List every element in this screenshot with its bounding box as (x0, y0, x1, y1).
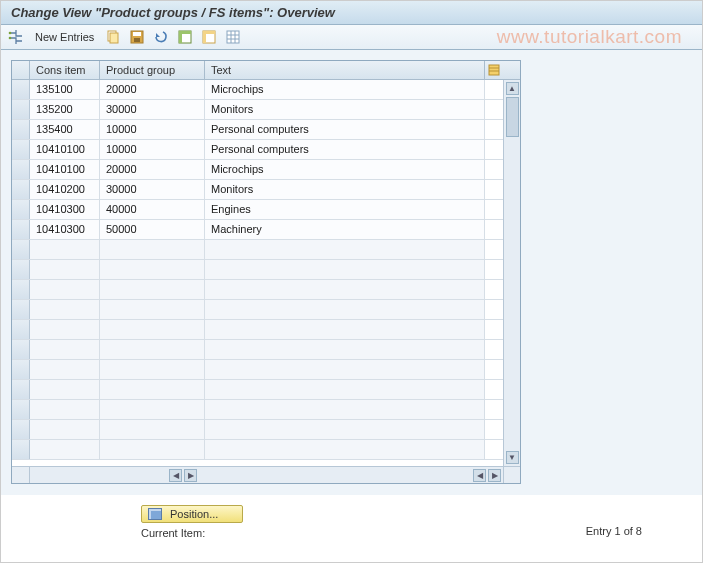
table-row[interactable] (12, 260, 503, 280)
column-header-text[interactable]: Text (205, 61, 485, 79)
row-selector[interactable] (12, 420, 30, 439)
copy-icon[interactable] (104, 28, 122, 46)
cell-cons[interactable]: 135200 (30, 100, 100, 119)
column-header-product-group[interactable]: Product group (100, 61, 205, 79)
hscroll-left-icon[interactable]: ◀ (169, 469, 182, 482)
table-row[interactable] (12, 340, 503, 360)
cell-cons[interactable] (30, 340, 100, 359)
cell-text[interactable]: Engines (205, 200, 485, 219)
cell-text[interactable]: Monitors (205, 100, 485, 119)
save-icon[interactable] (128, 28, 146, 46)
table-row[interactable]: 1041030040000Engines (12, 200, 503, 220)
cell-product-group[interactable] (100, 260, 205, 279)
table-row[interactable]: 1041010010000Personal computers (12, 140, 503, 160)
position-button[interactable]: Position... (141, 505, 243, 523)
cell-product-group[interactable] (100, 440, 205, 459)
cell-cons[interactable] (30, 320, 100, 339)
row-selector[interactable] (12, 120, 30, 139)
scroll-down-icon[interactable]: ▼ (506, 451, 519, 464)
cell-cons[interactable]: 10410300 (30, 200, 100, 219)
cell-text[interactable] (205, 440, 485, 459)
row-selector[interactable] (12, 400, 30, 419)
cell-text[interactable] (205, 240, 485, 259)
cell-product-group[interactable] (100, 420, 205, 439)
cell-product-group[interactable]: 20000 (100, 160, 205, 179)
cell-product-group[interactable] (100, 380, 205, 399)
cell-product-group[interactable]: 40000 (100, 200, 205, 219)
table-row[interactable]: 1041020030000Monitors (12, 180, 503, 200)
cell-text[interactable] (205, 280, 485, 299)
hscroll-right-icon[interactable]: ▶ (184, 469, 197, 482)
column-config-icon[interactable] (485, 61, 503, 79)
cell-text[interactable] (205, 380, 485, 399)
cell-text[interactable] (205, 340, 485, 359)
table-row[interactable] (12, 320, 503, 340)
column-header-cons[interactable]: Cons item (30, 61, 100, 79)
row-selector[interactable] (12, 440, 30, 459)
row-selector[interactable] (12, 220, 30, 239)
table-row[interactable]: 1041030050000Machinery (12, 220, 503, 240)
cell-text[interactable]: Microchips (205, 80, 485, 99)
cell-text[interactable]: Personal computers (205, 140, 485, 159)
row-selector-header[interactable] (12, 61, 30, 79)
table-row[interactable] (12, 280, 503, 300)
row-selector[interactable] (12, 240, 30, 259)
cell-text[interactable] (205, 400, 485, 419)
cell-cons[interactable] (30, 260, 100, 279)
toggle-icon[interactable] (7, 28, 25, 46)
table-row[interactable] (12, 360, 503, 380)
row-selector[interactable] (12, 140, 30, 159)
cell-cons[interactable] (30, 280, 100, 299)
new-entries-button[interactable]: New Entries (31, 31, 98, 43)
undo-icon[interactable] (152, 28, 170, 46)
select-all-icon[interactable] (176, 28, 194, 46)
vertical-scrollbar[interactable]: ▲ ▼ (503, 80, 520, 466)
cell-product-group[interactable]: 30000 (100, 100, 205, 119)
hscroll-right2-icon[interactable]: ▶ (488, 469, 501, 482)
row-selector[interactable] (12, 300, 30, 319)
cell-cons[interactable]: 10410100 (30, 140, 100, 159)
cell-product-group[interactable] (100, 400, 205, 419)
hscroll-left2-icon[interactable]: ◀ (473, 469, 486, 482)
cell-cons[interactable]: 10410200 (30, 180, 100, 199)
row-selector[interactable] (12, 340, 30, 359)
cell-cons[interactable] (30, 380, 100, 399)
cell-cons[interactable] (30, 360, 100, 379)
cell-product-group[interactable]: 50000 (100, 220, 205, 239)
cell-text[interactable]: Personal computers (205, 120, 485, 139)
row-selector[interactable] (12, 260, 30, 279)
cell-product-group[interactable]: 30000 (100, 180, 205, 199)
row-selector[interactable] (12, 360, 30, 379)
row-selector[interactable] (12, 80, 30, 99)
cell-product-group[interactable]: 10000 (100, 140, 205, 159)
row-selector[interactable] (12, 280, 30, 299)
row-selector[interactable] (12, 160, 30, 179)
row-selector[interactable] (12, 200, 30, 219)
cell-cons[interactable] (30, 240, 100, 259)
cell-text[interactable] (205, 320, 485, 339)
cell-text[interactable] (205, 360, 485, 379)
table-row[interactable] (12, 420, 503, 440)
cell-product-group[interactable]: 20000 (100, 80, 205, 99)
cell-product-group[interactable] (100, 280, 205, 299)
cell-cons[interactable]: 135100 (30, 80, 100, 99)
table-row[interactable] (12, 400, 503, 420)
cell-product-group[interactable] (100, 340, 205, 359)
cell-text[interactable] (205, 260, 485, 279)
deselect-all-icon[interactable] (200, 28, 218, 46)
scroll-thumb[interactable] (506, 97, 519, 137)
cell-product-group[interactable] (100, 300, 205, 319)
table-row[interactable] (12, 380, 503, 400)
row-selector[interactable] (12, 100, 30, 119)
cell-text[interactable]: Microchips (205, 160, 485, 179)
table-row[interactable] (12, 240, 503, 260)
cell-product-group[interactable]: 10000 (100, 120, 205, 139)
cell-cons[interactable] (30, 300, 100, 319)
table-row[interactable]: 1041010020000Microchips (12, 160, 503, 180)
row-selector[interactable] (12, 320, 30, 339)
row-selector[interactable] (12, 180, 30, 199)
cell-product-group[interactable] (100, 240, 205, 259)
cell-text[interactable] (205, 300, 485, 319)
table-row[interactable] (12, 300, 503, 320)
table-settings-icon[interactable] (224, 28, 242, 46)
